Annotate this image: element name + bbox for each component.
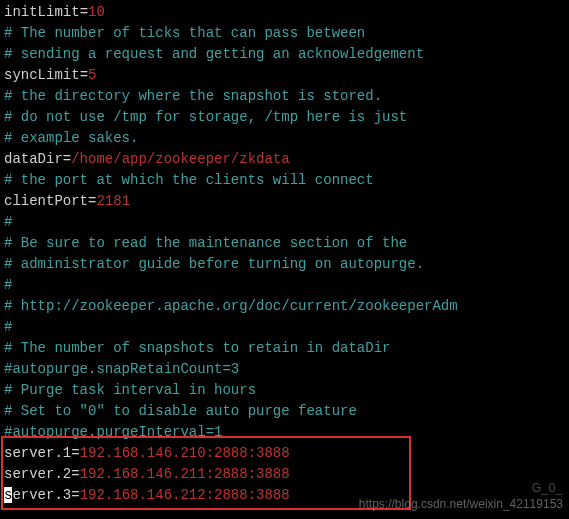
comment-line: # The number of snapshots to retain in d… bbox=[4, 338, 565, 359]
comment-line: # administrator guide before turning on … bbox=[4, 254, 565, 275]
comment-line: # the port at which the clients will con… bbox=[4, 170, 565, 191]
comment-line: # bbox=[4, 317, 565, 338]
comment-line: # The number of ticks that can pass betw… bbox=[4, 23, 565, 44]
key-datadir: dataDir bbox=[4, 151, 63, 167]
config-line-server1: server.1=192.168.146.210:2888:3888 bbox=[4, 443, 565, 464]
config-line: clientPort=2181 bbox=[4, 191, 565, 212]
config-line: syncLimit=5 bbox=[4, 65, 565, 86]
terminal-editor[interactable]: initLimit=10 # The number of ticks that … bbox=[4, 2, 565, 506]
comment-line: # bbox=[4, 212, 565, 233]
comment-line: #autopurge.snapRetainCount=3 bbox=[4, 359, 565, 380]
comment-line: # do not use /tmp for storage, /tmp here… bbox=[4, 107, 565, 128]
key-clientport: clientPort bbox=[4, 193, 88, 209]
val-server3: 192.168.146.212:2888:3888 bbox=[80, 487, 290, 503]
comment-line: # http://zookeeper.apache.org/doc/curren… bbox=[4, 296, 565, 317]
config-line: initLimit=10 bbox=[4, 2, 565, 23]
key-server3: erver.3 bbox=[12, 487, 71, 503]
val-server1: 192.168.146.210:2888:3888 bbox=[80, 445, 290, 461]
key-server2: server.2 bbox=[4, 466, 71, 482]
comment-line: # example sakes. bbox=[4, 128, 565, 149]
watermark-url: https://blog.csdn.net/weixin_42119153 bbox=[359, 495, 563, 513]
comment-line: # the directory where the snapshot is st… bbox=[4, 86, 565, 107]
comment-line: # Be sure to read the maintenance sectio… bbox=[4, 233, 565, 254]
val-initlimit: 10 bbox=[88, 4, 105, 20]
key-initlimit: initLimit bbox=[4, 4, 80, 20]
comment-line: # Purge task interval in hours bbox=[4, 380, 565, 401]
config-line-server2: server.2=192.168.146.211:2888:3888 bbox=[4, 464, 565, 485]
val-synclimit: 5 bbox=[88, 67, 96, 83]
val-server2: 192.168.146.211:2888:3888 bbox=[80, 466, 290, 482]
key-synclimit: syncLimit bbox=[4, 67, 80, 83]
comment-line: # bbox=[4, 275, 565, 296]
val-datadir: /home/app/zookeeper/zkdata bbox=[71, 151, 289, 167]
comment-line: #autopurge.purgeInterval=1 bbox=[4, 422, 565, 443]
config-line: dataDir=/home/app/zookeeper/zkdata bbox=[4, 149, 565, 170]
val-clientport: 2181 bbox=[96, 193, 130, 209]
comment-line: # sending a request and getting an ackno… bbox=[4, 44, 565, 65]
key-server1: server.1 bbox=[4, 445, 71, 461]
comment-line: # Set to "0" to disable auto purge featu… bbox=[4, 401, 565, 422]
